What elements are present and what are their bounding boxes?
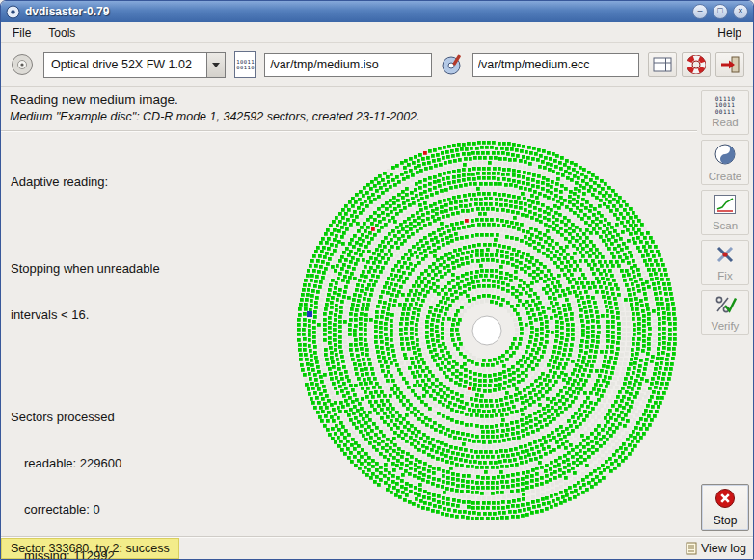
checkmark-percent-icon (714, 294, 737, 318)
read-label: Read (712, 117, 739, 128)
help-button[interactable] (682, 52, 711, 77)
view-log-button[interactable]: View log (686, 542, 746, 555)
toolbar-right-group (648, 52, 744, 77)
stop-icon (714, 488, 736, 512)
stop-button[interactable]: Stop (701, 484, 749, 531)
binary-read-icon: 01110 10011 00111 (715, 96, 736, 116)
main-area: Reading new medium image. Medium "Exampl… (1, 87, 697, 536)
app-window: dvdisaster-0.79 – □ × File Tools Help Op… (0, 0, 754, 560)
log-file-icon (686, 542, 697, 555)
stopping-line1: Stopping when unreadable (11, 261, 160, 277)
content: Adaptive reading: Stopping when unreadab… (1, 132, 697, 536)
image-file-icon: 10011 00110 (234, 51, 256, 78)
iso-file-input[interactable] (264, 53, 431, 77)
status-head: Reading new medium image. Medium "Exampl… (1, 87, 697, 127)
verify-button[interactable]: Verify (701, 290, 749, 335)
fix-label: Fix (717, 270, 732, 281)
create-button[interactable]: Create (701, 140, 749, 185)
drive-select[interactable]: Optical drive 52X FW 1.02 (43, 52, 226, 78)
close-icon[interactable]: × (733, 4, 748, 19)
missing-count: missing: 112992 (11, 548, 160, 560)
lifesaver-icon (687, 55, 706, 74)
stopping-line2: intervals < 16. (11, 307, 160, 323)
preferences-button[interactable] (648, 52, 677, 77)
yin-yang-icon (714, 143, 737, 169)
body: Reading new medium image. Medium "Exampl… (1, 87, 753, 536)
tools-icon (714, 244, 737, 268)
table-icon (653, 57, 672, 72)
create-label: Create (709, 171, 742, 182)
chevron-down-icon[interactable] (206, 53, 225, 77)
sidebar: 01110 10011 00111 Read Create (697, 87, 753, 536)
stop-label: Stop (714, 514, 738, 527)
menubar: File Tools Help (1, 22, 753, 43)
verify-label: Verify (712, 320, 740, 332)
ecc-file-input[interactable] (472, 53, 639, 77)
maximize-icon[interactable]: □ (713, 4, 728, 19)
titlebar: dvdisaster-0.79 – □ × (1, 1, 753, 22)
app-icon (6, 5, 20, 19)
disc-wrap (290, 132, 684, 532)
menu-tools[interactable]: Tools (40, 23, 84, 42)
exit-door-icon (719, 55, 741, 74)
correctable-count: correctable: 0 (11, 502, 160, 518)
disc-visualization (290, 132, 684, 529)
view-log-label: View log (701, 542, 746, 555)
toolbar: Optical drive 52X FW 1.02 10011 00110 (1, 43, 753, 87)
menu-help[interactable]: Help (709, 23, 750, 42)
fix-button[interactable]: Fix (701, 240, 749, 285)
scan-chart-icon (714, 194, 737, 218)
read-button[interactable]: 01110 10011 00111 Read (701, 90, 749, 135)
status-line1: Reading new medium image. (10, 93, 688, 107)
scan-button[interactable]: Scan (701, 190, 749, 235)
menu-file[interactable]: File (4, 23, 40, 42)
window-title: dvdisaster-0.79 (25, 5, 687, 18)
ecc-file-icon (441, 52, 464, 77)
sectors-title: Sectors processed (11, 410, 160, 425)
minimize-icon[interactable]: – (692, 4, 708, 19)
scan-label: Scan (713, 220, 738, 231)
readable-count: readable: 229600 (11, 456, 160, 471)
drive-select-value: Optical drive 52X FW 1.02 (44, 53, 206, 77)
drive-icon (10, 52, 35, 77)
quit-button[interactable] (715, 52, 744, 77)
adaptive-title: Adaptive reading: (11, 174, 160, 190)
reading-stats-panel: Adaptive reading: Stopping when unreadab… (11, 144, 160, 560)
medium-info-line: Medium "Example disc": CD-R mode 1, 3425… (10, 110, 688, 123)
